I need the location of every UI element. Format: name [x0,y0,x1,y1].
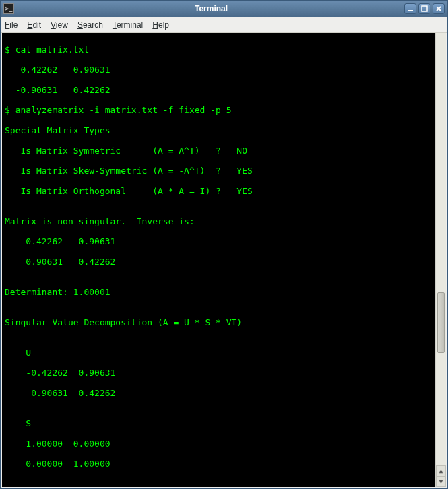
menu-view[interactable]: View [51,20,68,30]
minimize-icon [407,5,414,12]
scrollbar[interactable]: ▲ ▼ [435,33,446,487]
scrollbar-up-arrow[interactable]: ▲ [436,465,446,476]
terminal-line: $ analyzematrix -i matrix.txt -f fixed -… [5,105,443,115]
terminal-line: 0.90631 0.42262 [5,388,443,398]
scrollbar-thumb[interactable] [437,292,445,353]
close-button[interactable] [433,3,445,14]
terminal-line: Determinant: 1.00001 [5,287,443,297]
terminal-line: U [5,348,443,358]
terminal-line: 0.42262 -0.90631 [5,236,443,247]
maximize-button[interactable] [418,3,430,14]
terminal-app-icon: >_ [3,3,14,14]
scrollbar-down-arrow[interactable]: ▼ [436,476,446,487]
close-icon [435,5,442,12]
terminal-line: Singular Value Decomposition (A = U * S … [5,317,443,327]
menu-file[interactable]: File [5,20,18,30]
terminal-line: $ cat matrix.txt [5,44,443,55]
terminal-line: S [5,418,443,428]
menu-help[interactable]: Help [152,20,169,30]
menu-edit[interactable]: Edit [27,20,41,30]
terminal-line: Is Matrix Symmetric (A = A^T) ? NO [5,145,443,156]
terminal-line: Matrix is non-singular. Inverse is: [5,216,443,226]
terminal-area[interactable]: $ cat matrix.txt 0.42262 0.90631 -0.9063… [1,33,447,488]
terminal-line: Is Matrix Skew-Symmetric (A = -A^T) ? YE… [5,166,443,176]
terminal-line: 1.00000 0.00000 [5,438,443,449]
terminal-line: 0.42262 0.90631 [5,65,443,75]
terminal-window: >_ Terminal File Edit View Search Termin… [0,0,448,489]
svg-rect-1 [422,6,427,11]
terminal-line: Is Matrix Orthogonal (A * A = I) ? YES [5,186,443,196]
terminal-line: -0.90631 0.42262 [5,85,443,95]
window-title: Terminal [18,4,404,13]
menubar: File Edit View Search Terminal Help [1,17,447,33]
titlebar[interactable]: >_ Terminal [1,1,447,17]
terminal-line: Special Matrix Types [5,125,443,135]
svg-rect-0 [408,10,413,11]
maximize-icon [421,5,428,12]
terminal-line: 0.90631 0.42262 [5,257,443,267]
scrollbar-track[interactable] [436,33,446,465]
terminal-line: 0.00000 1.00000 [5,459,443,469]
terminal-line: -0.42262 0.90631 [5,368,443,378]
minimize-button[interactable] [404,3,416,14]
menu-search[interactable]: Search [77,20,103,30]
window-controls [404,3,445,14]
menu-terminal[interactable]: Terminal [113,20,143,30]
